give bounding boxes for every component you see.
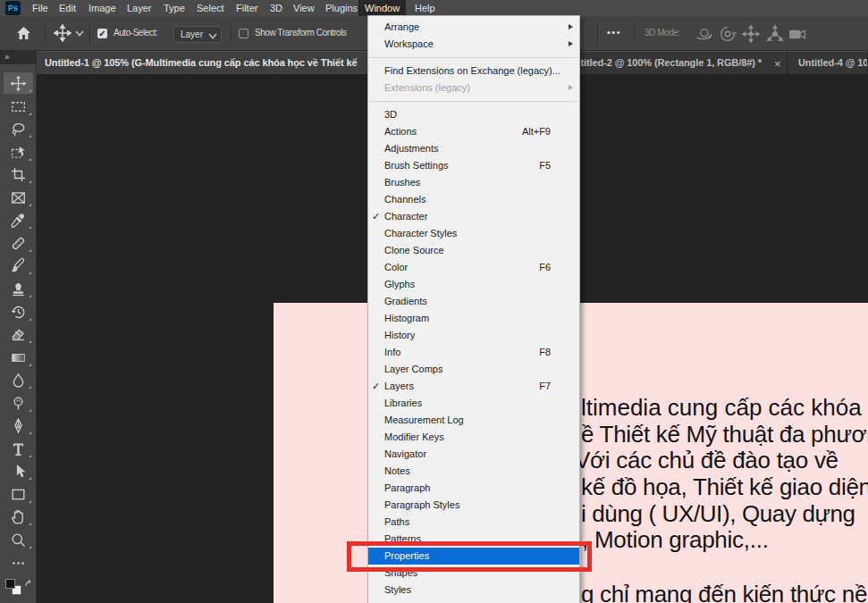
frame-tool[interactable]: [4, 187, 33, 208]
menu-item-glyphs[interactable]: Glyphs: [368, 276, 579, 293]
auto-select-checkbox[interactable]: ✓: [97, 29, 107, 38]
roll-3d-icon[interactable]: [718, 24, 737, 44]
eyedropper-tool[interactable]: [4, 209, 33, 230]
menu-item-brushes[interactable]: Brushes: [368, 174, 579, 191]
menu-item-workspace[interactable]: Workspace: [368, 36, 579, 53]
document-tab-2[interactable]: Untitled-2 @ 100% (Rectangle 1, RGB/8#) …: [563, 51, 788, 74]
slide-3d-icon[interactable]: [765, 24, 785, 44]
switch-colors-icon[interactable]: [24, 579, 33, 588]
pen-tool[interactable]: [4, 415, 33, 436]
menu-item-modifier-keys[interactable]: Modifier Keys: [368, 429, 579, 446]
menubar-item-help[interactable]: Help: [409, 0, 442, 16]
menu-item-measurement-log[interactable]: Measurement Log: [368, 412, 579, 429]
menu-item-info[interactable]: InfoF8: [368, 344, 579, 361]
edit-toolbar[interactable]: [4, 552, 33, 574]
3d-mode-label: 3D Mode:: [645, 28, 680, 38]
menu-item-paragraph-styles[interactable]: Paragraph Styles: [368, 497, 579, 514]
crop-tool[interactable]: [4, 163, 33, 185]
rectangle-tool[interactable]: [4, 483, 33, 505]
menubar-item-type[interactable]: Type: [157, 0, 191, 16]
gradient-tool[interactable]: [4, 347, 33, 368]
lasso-tool[interactable]: [4, 118, 33, 139]
menu-item-character-styles[interactable]: Character Styles: [368, 225, 579, 242]
menu-item-gradients[interactable]: Gradients: [368, 293, 579, 310]
menu-item-histogram[interactable]: Histogram: [368, 310, 579, 327]
menu-item-find-extensions-on-exchange-legacy[interactable]: Find Extensions on Exchange (legacy)...: [368, 63, 579, 80]
menu-item-label: Find Extensions on Exchange (legacy)...: [384, 65, 560, 76]
document-tab-3[interactable]: Untitled-4 @ 10: [788, 51, 868, 74]
path-selection-tool[interactable]: [4, 460, 33, 482]
menubar-item-filter[interactable]: Filter: [230, 0, 264, 16]
menu-item-layer-comps[interactable]: Layer Comps: [368, 361, 579, 378]
menu-item-brush-settings[interactable]: Brush SettingsF5: [368, 157, 579, 174]
separator: [597, 22, 598, 45]
show-transform-checkbox[interactable]: [239, 29, 249, 38]
menu-item-extensions-legacy[interactable]: Extensions (legacy): [368, 80, 579, 96]
clone-stamp-tool[interactable]: [4, 278, 33, 299]
more-options-button[interactable]: •••: [607, 27, 621, 38]
move-tool-icon[interactable]: [54, 24, 72, 42]
object-selection-tool[interactable]: [4, 141, 33, 163]
tool-preset-chevron-icon[interactable]: [75, 30, 84, 37]
menu-item-arrange[interactable]: Arrange: [368, 19, 579, 36]
menu-item-adjustments[interactable]: Adjustments: [368, 140, 579, 157]
menu-item-styles[interactable]: Styles: [368, 582, 579, 599]
menubar-item-image[interactable]: Image: [82, 0, 122, 16]
foreground-color-swatch[interactable]: [5, 579, 15, 589]
menu-item-libraries[interactable]: Libraries: [368, 395, 579, 412]
menubar-item-window[interactable]: Window: [358, 0, 406, 16]
menu-item-label: Paragraph Styles: [384, 499, 459, 510]
menubar-item-view[interactable]: View: [287, 0, 321, 16]
home-icon[interactable]: [15, 25, 32, 42]
menu-item-character[interactable]: ✓Character: [368, 208, 579, 225]
menu-item-notes[interactable]: Notes: [368, 463, 579, 480]
menu-item-history[interactable]: History: [368, 327, 579, 344]
menu-item-paths[interactable]: Paths: [368, 514, 579, 531]
menu-item-label: Clone Source: [384, 245, 444, 255]
menu-item-color[interactable]: ColorF6: [368, 259, 579, 276]
menu-item-3d[interactable]: 3D: [368, 106, 579, 123]
menu-item-navigator[interactable]: Navigator: [368, 446, 579, 463]
menu-item-channels[interactable]: Channels: [368, 191, 579, 208]
auto-select-target-dropdown[interactable]: Layer: [173, 26, 222, 43]
menu-item-label: Layers: [384, 381, 414, 391]
eraser-tool[interactable]: [4, 323, 33, 345]
menu-item-label: Glyphs: [384, 279, 415, 289]
menu-item-actions[interactable]: ActionsAlt+F9: [368, 123, 579, 140]
history-brush-tool[interactable]: [4, 301, 33, 322]
menu-item-label: Modifier Keys: [384, 431, 444, 442]
canvas-text-line-2: ề Thiết kế Mỹ thuật đa phương: [581, 423, 868, 446]
canvas-text-line-5: i dùng ( UX/UI), Quay dựng: [581, 502, 855, 525]
menubar-item-file[interactable]: File: [26, 0, 55, 16]
menu-item-clone-source[interactable]: Clone Source: [368, 242, 579, 259]
submenu-arrow-icon: [569, 24, 573, 29]
photoshop-window: Ps FileEditImageLayerTypeSelectFilter3DV…: [0, 0, 868, 603]
move-tool[interactable]: [4, 72, 33, 94]
hand-tool[interactable]: [4, 506, 33, 527]
blur-tool[interactable]: [4, 369, 33, 390]
menu-item-layers[interactable]: ✓LayersF7: [368, 378, 579, 395]
menubar-item-layer[interactable]: Layer: [121, 0, 158, 16]
orbit-3d-icon[interactable]: [694, 24, 713, 44]
camera-3d-icon[interactable]: [788, 24, 807, 44]
menu-item-label: Extensions (legacy): [384, 82, 470, 93]
menu-item-paragraph[interactable]: Paragraph: [368, 480, 579, 497]
menubar-item-3d[interactable]: 3D: [264, 0, 289, 16]
menubar-item-select[interactable]: Select: [190, 0, 231, 16]
menubar-item-edit[interactable]: Edit: [53, 0, 82, 16]
zoom-tool[interactable]: [4, 529, 33, 550]
menu-item-swatches[interactable]: Swatches: [368, 599, 579, 603]
marquee-tool[interactable]: [4, 96, 33, 117]
toolbar-collapse-button[interactable]: »: [0, 51, 37, 64]
healing-brush-tool[interactable]: [4, 232, 33, 254]
menu-item-label: Brushes: [384, 177, 420, 188]
dodge-tool[interactable]: [4, 392, 33, 414]
menu-item-label: Info: [384, 347, 400, 357]
color-swatches[interactable]: [5, 579, 32, 599]
brush-tool[interactable]: [4, 255, 33, 276]
menubar-item-plugins[interactable]: Plugins: [319, 0, 364, 16]
tab-close-icon[interactable]: ×: [774, 57, 781, 71]
pan-3d-icon[interactable]: [741, 24, 761, 44]
menu-item-shortcut: Alt+F9: [522, 123, 551, 140]
type-tool[interactable]: [4, 438, 33, 459]
